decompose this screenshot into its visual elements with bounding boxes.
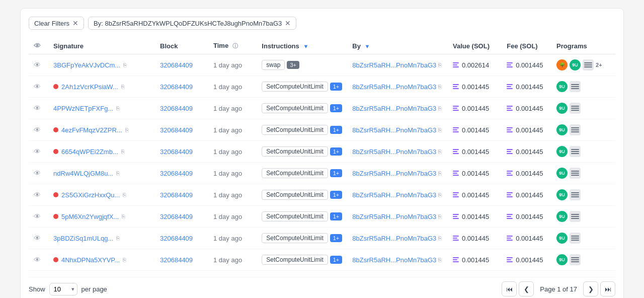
copy-signature-icon[interactable]: ⎘: [123, 62, 127, 68]
sol-value-icon: [453, 257, 459, 262]
copy-by-icon[interactable]: ⎘: [438, 257, 442, 263]
row-signature-cell: 4NhxDPNa5XYVP... ⎘: [48, 249, 155, 271]
copy-by-icon[interactable]: ⎘: [438, 84, 442, 90]
row-eye-icon[interactable]: 👁: [34, 126, 41, 134]
row-eye-icon[interactable]: 👁: [34, 212, 41, 220]
row-eye-icon[interactable]: 👁: [34, 256, 41, 264]
row-programs-td: 9U: [551, 206, 615, 228]
block-link[interactable]: 320684409: [160, 235, 193, 242]
program-lines-icon: [583, 59, 594, 70]
by-filter-chip[interactable]: By: 8bZsrR5aRHDZYkWPLQoDFZUKsHCTeJ8ughPn…: [88, 17, 296, 30]
signature-link[interactable]: 4NhxDPNa5XYVP...: [61, 256, 120, 264]
row-eye-icon[interactable]: 👁: [34, 61, 41, 69]
program-more-badge: 2+: [596, 62, 602, 68]
by-address-link[interactable]: 8bZsrR5aRH...PnoMn7baG3: [352, 61, 436, 69]
block-link[interactable]: 320684409: [160, 170, 193, 177]
signature-link[interactable]: 4PPWzNETpFXFg...: [53, 105, 113, 112]
clear-filters-chip[interactable]: Clear Filters ✕: [29, 17, 84, 30]
prev-page-button[interactable]: ❮: [519, 281, 534, 296]
program-badge-green: 9U: [556, 103, 568, 114]
by-address-link[interactable]: 8bZsrR5aRH...PnoMn7baG3: [352, 148, 436, 156]
row-programs-td: 9U: [551, 141, 615, 163]
instructions-filter-icon[interactable]: ▼: [303, 43, 308, 49]
by-address-link[interactable]: 8bZsrR5aRH...PnoMn7baG3: [352, 83, 436, 91]
row-fee-cell: 0.001445: [502, 119, 551, 141]
signature-link[interactable]: ndRw4WLQjGM8u...: [53, 170, 113, 177]
by-address-link[interactable]: 8bZsrR5aRH...PnoMn7baG3: [352, 105, 436, 112]
by-address-link[interactable]: 8bZsrR5aRH...PnoMn7baG3: [352, 256, 436, 264]
signature-link[interactable]: 2S5GXiGrzHxxQu...: [61, 191, 120, 199]
by-filter-icon[interactable]: ▼: [365, 43, 370, 49]
row-eye-cell: 👁: [29, 119, 48, 141]
row-time-text: 1 day ago: [213, 256, 242, 264]
block-link[interactable]: 320684409: [160, 105, 193, 112]
copy-signature-icon[interactable]: ⎘: [123, 257, 126, 263]
instruction-badge: SetComputeUnitLimit: [262, 103, 328, 113]
table-row: 👁 4NhxDPNa5XYVP... ⎘ 320684409 1 day ago…: [29, 249, 615, 271]
copy-signature-icon[interactable]: ⎘: [122, 213, 125, 219]
row-eye-icon[interactable]: 👁: [34, 83, 41, 91]
block-link[interactable]: 320684409: [160, 83, 193, 91]
copy-by-icon[interactable]: ⎘: [438, 62, 442, 68]
signature-link[interactable]: 2Ah1zVcrKPsiaW...: [61, 83, 118, 91]
signature-link[interactable]: 4ezFvFMqzV2ZPR...: [61, 126, 122, 134]
copy-signature-icon[interactable]: ⎘: [123, 192, 126, 198]
copy-signature-icon[interactable]: ⎘: [121, 148, 125, 155]
copy-by-icon[interactable]: ⎘: [438, 235, 442, 241]
row-time-text: 1 day ago: [213, 148, 242, 156]
signature-link[interactable]: 3BGFpYeAkVJvDCm...: [53, 61, 120, 69]
per-page-select[interactable]: 10 25 50 100: [49, 283, 77, 295]
th-signature: Signature: [48, 38, 155, 54]
by-address-link[interactable]: 8bZsrR5aRH...PnoMn7baG3: [352, 126, 436, 134]
copy-signature-icon[interactable]: ⎘: [116, 170, 120, 176]
block-link[interactable]: 320684409: [160, 256, 193, 264]
row-signature-cell: 4PPWzNETpFXFg... ⎘: [48, 98, 155, 119]
copy-by-icon[interactable]: ⎘: [438, 213, 442, 219]
th-instructions: Instructions ▼: [257, 38, 347, 54]
block-link[interactable]: 320684409: [160, 148, 193, 156]
row-signature-cell: 6654qWPEi2Zmb... ⎘: [48, 141, 155, 163]
copy-signature-icon[interactable]: ⎘: [116, 105, 120, 111]
by-address-link[interactable]: 8bZsrR5aRH...PnoMn7baG3: [352, 191, 436, 199]
row-block-cell: 320684409: [155, 184, 208, 206]
by-address-link[interactable]: 8bZsrR5aRH...PnoMn7baG3: [352, 170, 436, 177]
block-link[interactable]: 320684409: [160, 191, 193, 199]
signature-link[interactable]: 3pBDZiSq1mULqg...: [53, 235, 113, 242]
program-badge-green: 9U: [556, 254, 568, 265]
row-fee-cell: 0.001445: [502, 249, 551, 271]
row-eye-icon[interactable]: 👁: [34, 234, 41, 242]
signature-link[interactable]: 6654qWPEi2Zmb...: [61, 148, 118, 156]
row-time-cell: 1 day ago: [208, 119, 257, 141]
row-eye-icon[interactable]: 👁: [34, 147, 41, 156]
row-eye-cell: 👁: [29, 54, 48, 76]
copy-by-icon[interactable]: ⎘: [438, 148, 442, 155]
copy-by-icon[interactable]: ⎘: [438, 192, 442, 198]
signature-link[interactable]: 5pM6Xn2YwgjqfX...: [61, 213, 119, 220]
block-link[interactable]: 320684409: [160, 126, 193, 134]
copy-by-icon[interactable]: ⎘: [438, 170, 442, 176]
copy-by-icon[interactable]: ⎘: [438, 105, 442, 111]
sol-value-icon: [453, 192, 459, 197]
block-link[interactable]: 320684409: [160, 213, 193, 220]
by-address-link[interactable]: 8bZsrR5aRH...PnoMn7baG3: [352, 235, 436, 242]
program-badge-green: 9U: [556, 146, 568, 157]
row-eye-icon[interactable]: 👁: [34, 191, 41, 199]
copy-signature-icon[interactable]: ⎘: [116, 235, 120, 241]
next-page-button[interactable]: ❯: [583, 281, 598, 296]
row-time-cell: 1 day ago: [208, 228, 257, 249]
copy-by-icon[interactable]: ⎘: [438, 127, 442, 133]
row-eye-icon[interactable]: 👁: [34, 104, 41, 112]
row-signature-cell: 3BGFpYeAkVJvDCm... ⎘: [48, 54, 155, 76]
block-link[interactable]: 320684409: [160, 61, 193, 69]
first-page-button[interactable]: ⏮: [502, 281, 517, 296]
copy-signature-icon[interactable]: ⎘: [125, 127, 129, 133]
row-fee-text: 0.001445: [516, 191, 543, 199]
copy-signature-icon[interactable]: ⎘: [121, 84, 125, 90]
last-page-button[interactable]: ⏭: [600, 281, 615, 296]
row-programs-cell: 9U: [556, 124, 610, 135]
instruction-extra-badge: 1+: [330, 256, 343, 264]
by-address-link[interactable]: 8bZsrR5aRH...PnoMn7baG3: [352, 213, 436, 220]
row-eye-icon[interactable]: 👁: [34, 169, 41, 177]
clear-filters-close-icon[interactable]: ✕: [72, 19, 78, 27]
by-filter-close-icon[interactable]: ✕: [285, 19, 291, 27]
